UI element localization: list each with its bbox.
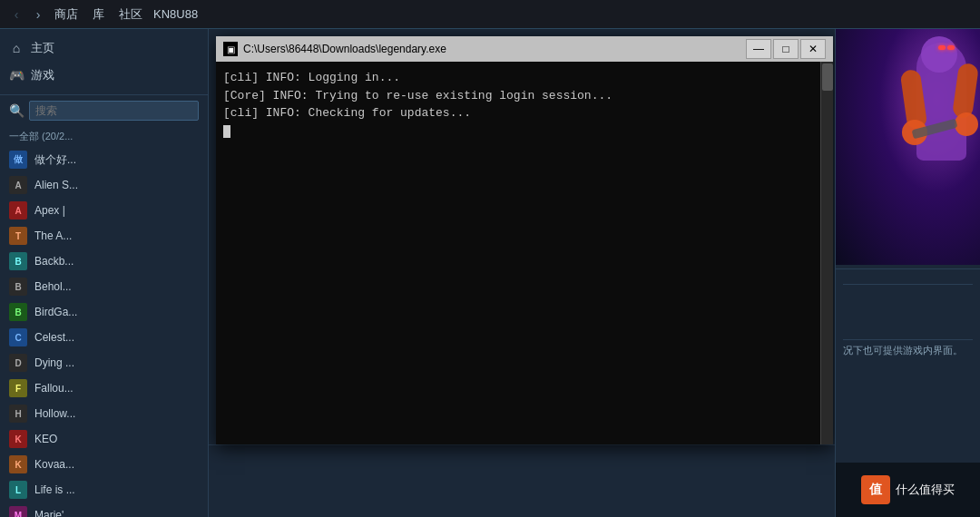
game-name: Kovaa... [34, 458, 199, 471]
char-head [921, 36, 957, 73]
terminal-close-button[interactable]: ✕ [800, 39, 826, 59]
game-name: Alien S... [34, 179, 199, 191]
games-icon: 🎮 [9, 68, 24, 83]
right-panel-description: 况下也可提供游戏内界面。 [843, 344, 973, 357]
game-thumbnail: T [9, 227, 27, 245]
game-name: Backb... [34, 255, 199, 268]
terminal-line: [cli] INFO: Logging in... [223, 69, 826, 87]
game-name: KEO [34, 433, 199, 445]
search-input[interactable] [29, 101, 199, 121]
game-list-item[interactable]: CCelest... [0, 325, 208, 350]
game-thumbnail: K [9, 430, 27, 448]
sidebar-item-games[interactable]: 🎮 游戏 [0, 62, 208, 89]
game-list-item[interactable]: AAlien S... [0, 172, 208, 198]
terminal-title: C:\Users\86448\Downloads\legendary.exe [243, 43, 740, 55]
top-bar: ‹ › 商店 库 社区 KN8U88 [0, 0, 980, 29]
game-thumbnail: D [9, 354, 27, 372]
terminal-scrollbar[interactable] [820, 62, 833, 444]
game-thumbnail: B [9, 303, 27, 321]
game-list-item[interactable]: AApex | [0, 198, 208, 223]
sidebar-home-label: 主页 [31, 40, 54, 56]
terminal-titlebar: ▣ C:\Users\86448\Downloads\legendary.exe… [216, 36, 833, 62]
sidebar-main-section: ⌂ 主页 🎮 游戏 [0, 29, 208, 95]
game-list-item[interactable]: KKovaa... [0, 452, 208, 477]
game-list-item[interactable]: TThe A... [0, 223, 208, 249]
terminal-scroll-thumb [822, 63, 833, 91]
nav-forward-button[interactable]: › [29, 5, 47, 24]
game-name: BirdGa... [34, 306, 199, 318]
eye-glow-right [947, 45, 955, 50]
terminal-body: [cli] INFO: Logging in...[Core] INFO: Tr… [216, 62, 833, 444]
game-name: The A... [34, 229, 199, 242]
nav-arrows: ‹ › [7, 5, 47, 24]
game-name: Celest... [34, 331, 199, 344]
game-name: Hollow... [34, 407, 199, 420]
category-header: 一全部 (20/2... [0, 126, 208, 147]
right-panel-bottom: 况下也可提供游戏内界面。 [836, 273, 980, 365]
home-icon: ⌂ [9, 41, 24, 55]
divider3 [843, 339, 973, 340]
nav-community[interactable]: 社区 [119, 6, 142, 23]
game-thumbnail: B [9, 278, 27, 296]
sidebar-search-section: 🔍 [0, 95, 208, 126]
terminal-line: [cli] INFO: Checking for updates... [223, 104, 826, 122]
game-list-item[interactable]: BBackb... [0, 249, 208, 274]
game-name: Marie'... [34, 509, 199, 517]
char-hand-right [955, 112, 978, 136]
game-list-item[interactable]: BBehol... [0, 274, 208, 299]
game-thumbnail: 做 [9, 151, 27, 169]
nav-back-button[interactable]: ‹ [7, 5, 25, 24]
game-info-footer [209, 444, 835, 517]
game-list-item[interactable]: MMarie'... [0, 502, 208, 517]
game-list: 做做个好...AAlien S...AApex |TThe A...BBackb… [0, 147, 208, 517]
terminal-minimize-button[interactable]: — [746, 39, 771, 59]
nav-store[interactable]: 商店 [54, 6, 78, 23]
top-nav-links: 商店 库 社区 [54, 6, 142, 23]
terminal-maximize-button[interactable]: □ [773, 39, 799, 59]
game-list-item[interactable]: DDying ... [0, 350, 208, 376]
watermark-logo: 值 [861, 475, 890, 504]
game-thumbnail: A [9, 176, 27, 194]
game-list-item[interactable]: LLife is ... [0, 477, 208, 502]
game-thumbnail: A [9, 201, 27, 219]
game-list-item[interactable]: 做做个好... [0, 147, 208, 172]
game-list-item[interactable]: BBirdGa... [0, 299, 208, 325]
terminal-controls: — □ ✕ [746, 39, 826, 59]
watermark-text: 什么值得买 [896, 482, 955, 498]
nav-library[interactable]: 库 [93, 6, 104, 23]
game-name: 做个好... [34, 152, 199, 168]
game-art [836, 29, 980, 265]
search-icon: 🔍 [9, 103, 24, 118]
game-thumbnail: F [9, 379, 27, 397]
terminal-window[interactable]: ▣ C:\Users\86448\Downloads\legendary.exe… [216, 36, 833, 444]
game-name: Life is ... [34, 483, 199, 496]
game-thumbnail: K [9, 455, 27, 473]
terminal-app-icon: ▣ [223, 42, 238, 56]
game-list-item[interactable]: FFallou... [0, 376, 208, 401]
right-panel-divider [836, 268, 980, 269]
sidebar-games-label: 游戏 [31, 67, 54, 83]
terminal-cursor [223, 125, 230, 138]
game-name: Fallou... [34, 382, 199, 395]
game-thumbnail: C [9, 328, 27, 346]
terminal-cursor-line [223, 122, 826, 141]
game-thumbnail: B [9, 252, 27, 270]
divider2 [843, 284, 973, 285]
username: KN8U88 [153, 7, 198, 21]
main-layout: ⌂ 主页 🎮 游戏 🔍 一全部 (20/2... 做做个好...AAlien S… [0, 29, 980, 517]
sidebar: ⌂ 主页 🎮 游戏 🔍 一全部 (20/2... 做做个好...AAlien S… [0, 29, 209, 517]
eye-glow-left [938, 45, 946, 50]
sidebar-item-home[interactable]: ⌂ 主页 [0, 34, 208, 62]
terminal-line: [Core] INFO: Trying to re-use existing l… [223, 87, 826, 105]
game-name: Dying ... [34, 356, 199, 369]
game-thumbnail: M [9, 506, 27, 517]
game-list-item[interactable]: KKEO [0, 426, 208, 452]
content-area: ▣ C:\Users\86448\Downloads\legendary.exe… [209, 29, 835, 517]
game-name: Behol... [34, 280, 199, 293]
watermark-area: 值 什么值得买 [835, 463, 980, 517]
right-panel: 况下也可提供游戏内界面。 值 什么值得买 [835, 29, 980, 517]
game-thumbnail: H [9, 405, 27, 423]
game-thumbnail: L [9, 481, 27, 499]
game-list-item[interactable]: HHollow... [0, 401, 208, 426]
game-name: Apex | [34, 204, 199, 217]
